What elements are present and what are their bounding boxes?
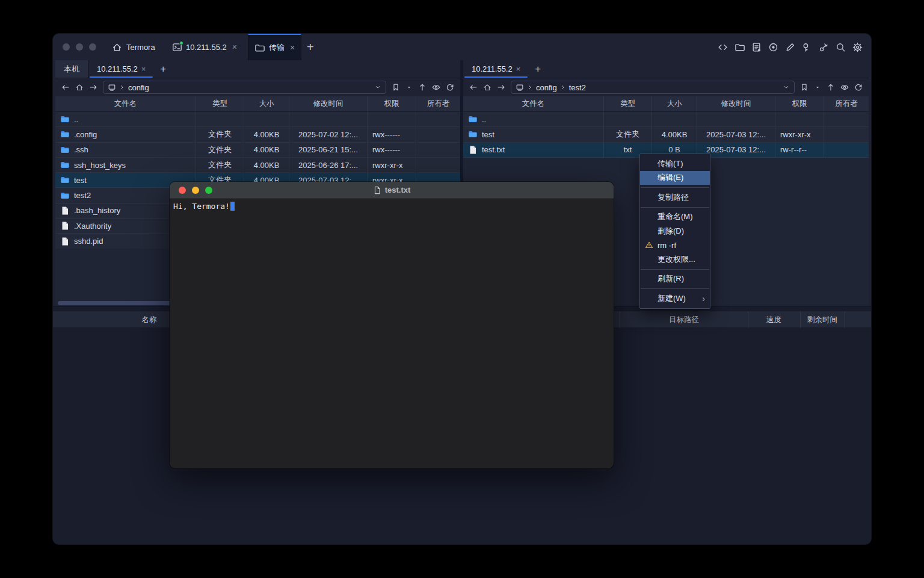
new-panel-tab-button[interactable]: + — [529, 60, 547, 78]
forward-icon[interactable] — [89, 83, 97, 92]
new-panel-tab-button[interactable]: + — [154, 60, 172, 78]
column-header[interactable]: 大小 — [244, 96, 289, 111]
menu-item-rm-rf[interactable]: rm -rf — [640, 238, 710, 253]
key-icon[interactable] — [802, 42, 812, 52]
menu-item-new[interactable]: 新建(W)› — [640, 291, 710, 306]
upload-icon[interactable] — [827, 83, 835, 92]
editor-minimize-button[interactable] — [192, 187, 199, 194]
home-icon[interactable] — [75, 83, 84, 92]
file-icon — [468, 145, 478, 155]
column-header[interactable]: 修改时间 — [289, 96, 368, 111]
caret-down-icon[interactable] — [814, 84, 821, 91]
right-panel-tabs: 10.211.55.2 × + — [463, 60, 869, 78]
eye-icon[interactable] — [432, 83, 440, 92]
folder-icon — [60, 175, 70, 185]
eye-icon[interactable] — [840, 83, 849, 92]
back-icon[interactable] — [469, 83, 478, 92]
file-row[interactable]: .. — [55, 112, 460, 127]
file-row[interactable]: .config 文件夹 4.00KB 2025-07-02 12:... rwx… — [55, 127, 460, 142]
menu-item-chmod[interactable]: 更改权限... — [640, 252, 710, 267]
caret-down-icon[interactable] — [405, 84, 413, 91]
chevron-down-icon[interactable] — [374, 84, 381, 91]
close-icon[interactable]: × — [232, 42, 237, 52]
close-icon[interactable]: × — [516, 64, 521, 73]
editor-window: test.txt Hi, Termora! — [170, 182, 614, 468]
column-header[interactable]: 所有者 — [416, 96, 460, 111]
back-icon[interactable] — [61, 83, 70, 92]
column-header[interactable]: 文件名 — [55, 96, 196, 111]
column-header[interactable]: 目标路径 — [627, 311, 741, 328]
column-header[interactable]: 速度 — [748, 311, 800, 328]
file-row[interactable]: .ssh 文件夹 4.00KB 2025-06-21 15:... rwx---… — [55, 143, 460, 158]
editor-zoom-button[interactable] — [205, 187, 212, 194]
file-name: test — [74, 176, 87, 185]
editor-close-button[interactable] — [179, 187, 186, 194]
column-header[interactable]: 剩余时间 — [800, 311, 845, 328]
tab-transfer[interactable]: 传输 × — [248, 34, 301, 60]
record-icon[interactable] — [768, 42, 778, 52]
column-header[interactable]: 权限 — [775, 96, 824, 111]
keychain-icon[interactable] — [819, 42, 829, 52]
search-icon[interactable] — [836, 42, 846, 52]
column-header[interactable]: 权限 — [368, 96, 416, 111]
tab-remote-host[interactable]: 10.211.55.2 × — [463, 60, 529, 78]
tab-termora-home[interactable]: Termora — [106, 34, 161, 60]
settings-icon[interactable] — [852, 42, 863, 52]
file-row[interactable]: test 文件夹 4.00KB 2025-07-03 12:... rwxr-x… — [463, 127, 869, 142]
file-table-header: 文件名 类型 大小 修改时间 权限 所有者 — [463, 96, 869, 112]
path-segment[interactable]: config — [128, 83, 149, 92]
menu-item-transfer[interactable]: 传输(T) — [640, 157, 710, 171]
bookmark-icon[interactable] — [392, 83, 400, 92]
path-bar[interactable]: config test2 — [511, 81, 795, 94]
home-icon[interactable] — [483, 83, 491, 92]
close-icon[interactable]: × — [141, 64, 146, 73]
column-header[interactable]: 修改时间 — [697, 96, 775, 111]
file-name: .bash_history — [74, 206, 120, 215]
logs-icon[interactable] — [751, 42, 762, 52]
close-icon[interactable]: × — [290, 43, 295, 52]
file-row[interactable]: .. — [463, 112, 869, 127]
folder-icon[interactable] — [735, 42, 745, 52]
traffic-minimize-button[interactable] — [76, 43, 83, 51]
column-header[interactable]: 类型 — [196, 96, 244, 111]
tab-ssh-session[interactable]: 10.211.55.2 × — [166, 34, 243, 60]
terminal-icon — [172, 42, 182, 52]
menu-item-delete[interactable]: 删除(D) — [640, 224, 710, 238]
tab-local[interactable]: 本机 — [55, 60, 88, 78]
tab-label: 10.211.55.2 — [97, 64, 138, 73]
path-segment[interactable]: test2 — [569, 83, 586, 92]
chevron-down-icon[interactable] — [783, 84, 790, 91]
menu-item-copy-path[interactable]: 复制路径 — [640, 190, 710, 205]
tab-remote-host[interactable]: 10.211.55.2 × — [88, 60, 154, 78]
folder-icon — [60, 145, 70, 155]
upload-icon[interactable] — [418, 83, 427, 92]
column-header[interactable]: 大小 — [652, 96, 697, 111]
path-bar[interactable]: config — [103, 81, 386, 94]
menu-item-rename[interactable]: 重命名(M) — [640, 210, 710, 225]
path-segment[interactable]: config — [536, 83, 557, 92]
tab-label: Termora — [126, 43, 155, 52]
file-name: .Xauthority — [74, 222, 111, 231]
traffic-zoom-button[interactable] — [89, 43, 96, 51]
column-header[interactable]: 类型 — [604, 96, 652, 111]
editor-window-title: test.txt — [385, 185, 411, 194]
menu-item-edit[interactable]: 编辑(E) — [640, 171, 710, 185]
edit-icon[interactable] — [785, 42, 795, 52]
refresh-icon[interactable] — [854, 83, 863, 92]
file-row[interactable]: ssh_host_keys 文件夹 4.00KB 2025-06-26 17:.… — [55, 158, 460, 173]
traffic-close-button[interactable] — [63, 43, 70, 51]
new-tab-button[interactable]: + — [307, 34, 314, 60]
menu-item-refresh[interactable]: 刷新(R) — [640, 272, 710, 287]
editor-titlebar[interactable]: test.txt — [170, 182, 614, 199]
editor-content[interactable]: Hi, Termora! — [170, 199, 614, 214]
online-status-dot — [179, 41, 183, 45]
document-icon — [373, 186, 381, 194]
column-header[interactable]: 文件名 — [463, 96, 604, 111]
computer-icon — [108, 83, 116, 92]
app-window: Termora 10.211.55.2 × 传输 × + — [53, 34, 871, 544]
code-icon[interactable] — [718, 42, 728, 52]
forward-icon[interactable] — [497, 83, 505, 92]
bookmark-icon[interactable] — [800, 83, 808, 92]
column-header[interactable]: 所有者 — [824, 96, 869, 111]
refresh-icon[interactable] — [446, 83, 454, 92]
